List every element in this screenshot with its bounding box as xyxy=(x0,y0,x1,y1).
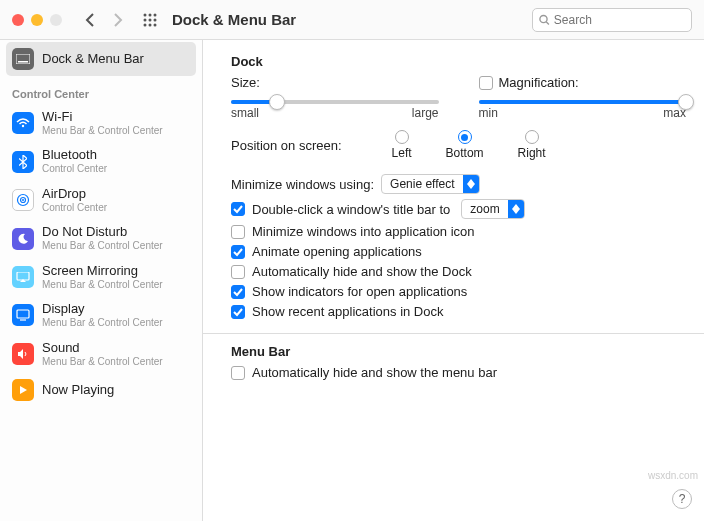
position-left-option[interactable]: Left xyxy=(392,130,412,160)
sidebar-item-sublabel: Control Center xyxy=(42,163,107,175)
position-right-label: Right xyxy=(518,146,546,160)
magnification-slider-knob[interactable] xyxy=(678,94,694,110)
zoom-icon[interactable] xyxy=(50,14,62,26)
search-input[interactable] xyxy=(554,13,685,27)
recent-apps-label: Show recent applications in Dock xyxy=(252,304,444,319)
select-arrows-icon xyxy=(463,175,479,193)
select-arrows-icon xyxy=(508,200,524,218)
sidebar-item-label: Bluetooth xyxy=(42,148,107,163)
position-bottom-label: Bottom xyxy=(446,146,484,160)
svg-point-8 xyxy=(154,23,157,26)
moon-icon xyxy=(12,228,34,250)
position-right-option[interactable]: Right xyxy=(518,130,546,160)
sidebar-item-screen-mirroring[interactable]: Screen MirroringMenu Bar & Control Cente… xyxy=(0,258,202,296)
minimize-into-icon-label: Minimize windows into application icon xyxy=(252,224,475,239)
wifi-icon xyxy=(12,112,34,134)
sidebar-item-label: Screen Mirroring xyxy=(42,264,163,279)
minimize-effect-value: Genie effect xyxy=(382,177,463,191)
svg-point-4 xyxy=(149,18,152,21)
autohide-dock-checkbox[interactable] xyxy=(231,265,245,279)
svg-point-16 xyxy=(22,199,24,201)
size-slider[interactable] xyxy=(231,100,439,104)
sidebar-item-sound[interactable]: SoundMenu Bar & Control Center xyxy=(0,335,202,373)
magnification-checkbox[interactable] xyxy=(479,76,493,90)
play-icon xyxy=(12,379,34,401)
window-controls xyxy=(12,14,62,26)
mag-min-label: min xyxy=(479,106,498,120)
svg-point-3 xyxy=(144,18,147,21)
sidebar-item-wifi[interactable]: Wi-FiMenu Bar & Control Center xyxy=(0,104,202,142)
doubleclick-checkbox[interactable] xyxy=(231,202,245,216)
animate-checkbox[interactable] xyxy=(231,245,245,259)
sidebar-item-label: Dock & Menu Bar xyxy=(42,52,144,67)
position-label: Position on screen: xyxy=(231,138,342,153)
magnification-slider[interactable] xyxy=(479,100,687,104)
position-left-label: Left xyxy=(392,146,412,160)
sidebar-item-sublabel: Menu Bar & Control Center xyxy=(42,240,163,252)
minimize-effect-select[interactable]: Genie effect xyxy=(381,174,480,194)
search-icon xyxy=(539,14,550,26)
sidebar-item-display[interactable]: DisplayMenu Bar & Control Center xyxy=(0,296,202,334)
forward-button[interactable] xyxy=(106,8,130,32)
svg-point-0 xyxy=(144,13,147,16)
help-button[interactable]: ? xyxy=(672,489,692,509)
dock-section-heading: Dock xyxy=(231,54,686,69)
sidebar: Dock & Menu Bar Control Center Wi-FiMenu… xyxy=(0,40,203,521)
sidebar-item-now-playing[interactable]: Now Playing xyxy=(0,373,202,407)
size-max-label: large xyxy=(412,106,439,120)
section-divider xyxy=(203,333,704,334)
size-slider-knob[interactable] xyxy=(269,94,285,110)
close-icon[interactable] xyxy=(12,14,24,26)
show-all-button[interactable] xyxy=(138,8,162,32)
position-bottom-option[interactable]: Bottom xyxy=(446,130,484,160)
bluetooth-icon xyxy=(12,151,34,173)
autohide-dock-label: Automatically hide and show the Dock xyxy=(252,264,472,279)
svg-rect-18 xyxy=(17,310,29,318)
magnification-slider-group: Magnification: minmax xyxy=(479,75,687,120)
recent-apps-checkbox[interactable] xyxy=(231,305,245,319)
sidebar-item-sublabel: Menu Bar & Control Center xyxy=(42,356,163,368)
minimize-into-icon-checkbox[interactable] xyxy=(231,225,245,239)
toolbar: Dock & Menu Bar xyxy=(0,0,704,40)
size-label: Size: xyxy=(231,75,260,90)
magnification-label: Magnification: xyxy=(499,75,579,90)
screen-mirroring-icon xyxy=(12,266,34,288)
svg-rect-12 xyxy=(18,61,28,63)
svg-point-13 xyxy=(22,125,24,127)
sidebar-item-sublabel: Menu Bar & Control Center xyxy=(42,125,163,137)
sidebar-item-label: Wi-Fi xyxy=(42,110,163,125)
sidebar-item-bluetooth[interactable]: BluetoothControl Center xyxy=(0,142,202,180)
window-title: Dock & Menu Bar xyxy=(172,11,296,28)
svg-point-5 xyxy=(154,18,157,21)
sidebar-item-airdrop[interactable]: AirDropControl Center xyxy=(0,181,202,219)
sidebar-item-sublabel: Menu Bar & Control Center xyxy=(42,279,163,291)
menubar-section-heading: Menu Bar xyxy=(231,344,686,359)
doubleclick-action-select[interactable]: zoom xyxy=(461,199,524,219)
sidebar-section-header: Control Center xyxy=(0,78,202,104)
svg-point-7 xyxy=(149,23,152,26)
watermark: wsxdn.com xyxy=(648,470,698,481)
svg-rect-17 xyxy=(17,272,29,280)
sidebar-item-label: Do Not Disturb xyxy=(42,225,163,240)
animate-label: Animate opening applications xyxy=(252,244,422,259)
radio-icon xyxy=(525,130,539,144)
svg-point-6 xyxy=(144,23,147,26)
sidebar-item-dnd[interactable]: Do Not DisturbMenu Bar & Control Center xyxy=(0,219,202,257)
minimize-icon[interactable] xyxy=(31,14,43,26)
indicators-label: Show indicators for open applications xyxy=(252,284,467,299)
radio-icon xyxy=(395,130,409,144)
autohide-menubar-checkbox[interactable] xyxy=(231,366,245,380)
dock-menubar-icon xyxy=(12,48,34,70)
size-slider-group: Size: smalllarge xyxy=(231,75,439,120)
size-min-label: small xyxy=(231,106,259,120)
svg-point-2 xyxy=(154,13,157,16)
autohide-menubar-label: Automatically hide and show the menu bar xyxy=(252,365,497,380)
sidebar-item-label: Now Playing xyxy=(42,383,114,398)
sidebar-item-label: Display xyxy=(42,302,163,317)
svg-point-1 xyxy=(149,13,152,16)
sidebar-item-dock-menu-bar[interactable]: Dock & Menu Bar xyxy=(6,42,196,76)
svg-line-10 xyxy=(546,21,549,24)
back-button[interactable] xyxy=(78,8,102,32)
indicators-checkbox[interactable] xyxy=(231,285,245,299)
search-field[interactable] xyxy=(532,8,692,32)
